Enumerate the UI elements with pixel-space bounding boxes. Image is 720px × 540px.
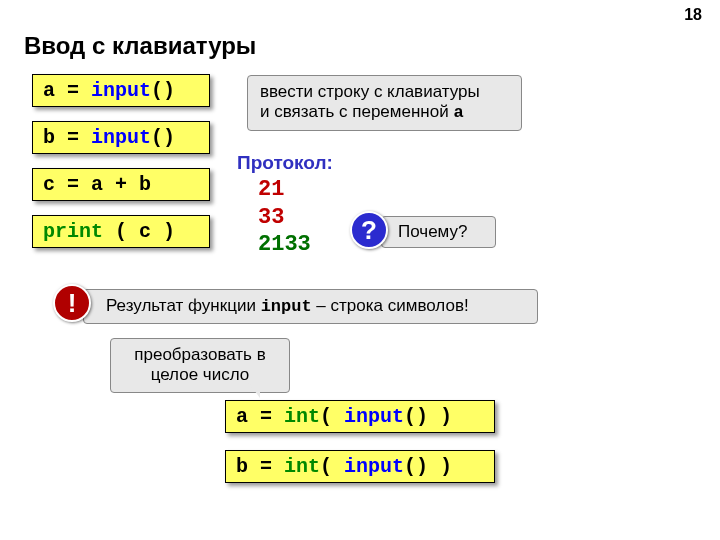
- code-keyword-input: input: [344, 455, 404, 478]
- protocol-label: Протокол:: [237, 152, 333, 174]
- callout-why: Почему?: [381, 216, 496, 248]
- callout-line: целое число: [151, 365, 250, 384]
- protocol-line-1: 21: [258, 176, 311, 204]
- callout-mono-input: input: [261, 297, 312, 316]
- code-text: () ): [404, 455, 452, 478]
- callout-line: ввести строку с клавиатуры: [260, 82, 480, 101]
- callout-convert: преобразовать в целое число: [110, 338, 290, 393]
- code-text: (: [320, 405, 344, 428]
- code-fn-int: int: [284, 405, 320, 428]
- code-text: c = a + b: [43, 173, 151, 196]
- code-text: () ): [404, 405, 452, 428]
- code-text: (): [151, 126, 175, 149]
- callout-tail: [257, 118, 267, 130]
- code-print-c: print ( c ): [32, 215, 210, 248]
- code-text: (): [151, 79, 175, 102]
- callout-input-explain: ввести строку с клавиатуры и связать с п…: [247, 75, 522, 131]
- exclaim-badge: !: [53, 284, 91, 322]
- callout-text: Результат функции: [106, 296, 261, 315]
- code-b-input: b = input(): [32, 121, 210, 154]
- code-text: b =: [236, 455, 284, 478]
- callout-tail: [248, 382, 260, 398]
- question-badge: ?: [350, 211, 388, 249]
- code-keyword-input: input: [91, 79, 151, 102]
- code-fn-int: int: [284, 455, 320, 478]
- code-a-input: a = input(): [32, 74, 210, 107]
- callout-line: преобразовать в: [134, 345, 265, 364]
- code-keyword-input: input: [344, 405, 404, 428]
- callout-text: – строка символов!: [312, 296, 469, 315]
- code-b-int-input: b = int( input() ): [225, 450, 495, 483]
- code-fn-print: print: [43, 220, 103, 243]
- callout-mono-a: a: [453, 103, 463, 122]
- protocol-line-2: 33: [258, 204, 311, 232]
- code-c-assign: c = a + b: [32, 168, 210, 201]
- callout-text: Почему?: [398, 222, 467, 241]
- page-title: Ввод с клавиатуры: [24, 32, 256, 60]
- code-text: a =: [43, 79, 91, 102]
- page-number: 18: [684, 6, 702, 24]
- callout-result: Результат функции input – строка символо…: [83, 289, 538, 324]
- protocol-line-3: 2133: [258, 231, 311, 259]
- code-text: (: [320, 455, 344, 478]
- protocol-output: 21 33 2133: [258, 176, 311, 259]
- code-keyword-input: input: [91, 126, 151, 149]
- code-text: a =: [236, 405, 284, 428]
- code-text: ( c ): [103, 220, 175, 243]
- code-text: b =: [43, 126, 91, 149]
- callout-line: и связать с переменной: [260, 102, 453, 121]
- code-a-int-input: a = int( input() ): [225, 400, 495, 433]
